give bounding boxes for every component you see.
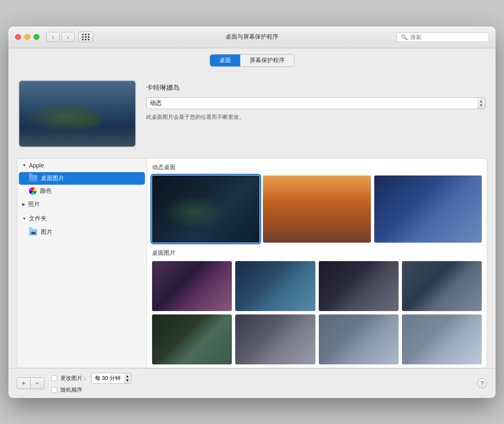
preview-info: 卡特琳娜岛 动态 ▲▼ 此桌面图片会基于您的位置而不断更改。 [146,80,486,121]
dropdown-value[interactable]: 动态 [146,97,477,109]
wallpaper-thumb-mojave-day[interactable] [263,175,370,243]
static-wallpaper-grid [152,261,482,364]
preview-island-graphic [19,81,135,147]
sidebar-item-pictures-label: 图片 [41,228,52,236]
toolbar: + − 更改图片： 每 30 分钟 ▲▼ 随机顺序 ? [8,368,496,398]
bottom-panel: ▼ Apple 桌面图片 颜色 ▶ 照片 ▼ 文件夹 [17,158,487,368]
folder-icon [29,175,37,182]
wallpaper-thumb-6[interactable] [235,314,315,364]
interval-text[interactable]: 每 30 分钟 [91,373,124,384]
search-input[interactable] [410,34,484,40]
add-remove-group: + − [17,377,45,389]
sidebar-item-colors[interactable]: 颜色 [17,185,147,197]
search-box[interactable]: 🔍 [396,32,489,42]
sidebar-group-apple-label: Apple [29,162,44,169]
sidebar-item-desktop-label: 桌面图片 [41,175,64,182]
toolbar-rows: 更改图片： 每 30 分钟 ▲▼ 随机顺序 [51,373,470,394]
wallpaper-thumb-catalina-blue[interactable] [374,175,482,243]
grid-icon [82,34,90,40]
triangle-icon: ▼ [22,163,26,168]
wallpaper-thumb-catalina-dark[interactable] [152,175,260,243]
traffic-lights [15,34,39,40]
wallpaper-thumb-1[interactable] [152,261,232,311]
wallpaper-thumb-8[interactable] [402,314,482,364]
triangle-right-icon: ▶ [22,202,26,207]
window-title: 桌面与屏幕保护程序 [226,33,278,41]
change-row: 更改图片： 每 30 分钟 ▲▼ [51,373,470,384]
wallpaper-thumb-4[interactable] [402,261,482,311]
help-button[interactable]: ? [477,378,487,388]
sidebar-group-apple[interactable]: ▼ Apple [17,159,147,172]
dropdown-combined: 动态 ▲▼ [146,97,486,109]
minimize-button[interactable] [24,34,30,40]
tab-desktop[interactable]: 桌面 [210,55,240,66]
wallpaper-thumb-2[interactable] [235,261,315,311]
static-section-title: 桌面图片 [152,249,482,257]
sidebar-group-folder-label: 文件夹 [29,215,47,222]
main-content: 卡特琳娜岛 动态 ▲▼ 此桌面图片会基于您的位置而不断更改。 ▼ Apple [8,72,496,368]
grid-button[interactable] [78,31,93,42]
preview-title: 卡特琳娜岛 [146,84,486,92]
wallpaper-thumb-3[interactable] [319,261,399,311]
preview-description: 此桌面图片会基于您的位置而不断更改。 [146,113,486,121]
sidebar: ▼ Apple 桌面图片 颜色 ▶ 照片 ▼ 文件夹 [17,158,147,368]
sidebar-group-photos-label: 照片 [28,201,40,208]
sidebar-item-desktop[interactable]: 桌面图片 [19,172,145,185]
tab-segment: 桌面 屏幕保护程序 [210,54,294,67]
maximize-button[interactable] [34,34,39,40]
remove-button[interactable]: − [31,378,44,389]
forward-button[interactable]: › [61,32,75,42]
titlebar: ‹ › 桌面与屏幕保护程序 🔍 [8,26,496,48]
picture-folder-icon: 📷 [29,229,37,236]
random-label: 随机顺序 [60,386,82,394]
add-button[interactable]: + [17,378,31,389]
tab-screensaver[interactable]: 屏幕保护程序 [240,55,294,66]
sidebar-item-pictures[interactable]: 📷 图片 [17,226,147,238]
main-window: ‹ › 桌面与屏幕保护程序 🔍 桌面 屏幕保护程序 [8,26,496,398]
wallpaper-panel: 动态桌面 桌面图片 [147,158,487,368]
preview-panel: 卡特琳娜岛 动态 ▲▼ 此桌面图片会基于您的位置而不断更改。 [17,76,487,152]
dynamic-section-title: 动态桌面 [152,164,482,171]
search-icon: 🔍 [401,34,408,40]
nav-buttons: ‹ › [46,32,75,42]
close-button[interactable] [15,34,21,40]
interval-arrows[interactable]: ▲▼ [124,373,131,384]
change-label: 更改图片： [60,374,88,382]
wallpaper-thumb-5[interactable] [152,314,232,364]
tabbar: 桌面 屏幕保护程序 [8,48,496,72]
sidebar-group-folder[interactable]: ▼ 文件夹 [17,212,147,226]
dynamic-wallpaper-grid [152,175,482,243]
sidebar-group-photos[interactable]: ▶ 照片 [17,197,147,212]
sidebar-item-colors-label: 颜色 [40,187,52,195]
random-checkbox[interactable] [51,387,57,393]
interval-combined: 每 30 分钟 ▲▼ [91,373,131,384]
wallpaper-thumb-7[interactable] [319,314,399,364]
change-checkbox[interactable] [51,375,57,381]
preview-image [18,80,136,147]
dropdown-arrows[interactable]: ▲▼ [477,97,486,109]
triangle-folder-icon: ▼ [22,216,26,221]
color-circle-icon [29,187,37,195]
back-button[interactable]: ‹ [46,32,60,42]
random-row: 随机顺序 [51,386,470,394]
